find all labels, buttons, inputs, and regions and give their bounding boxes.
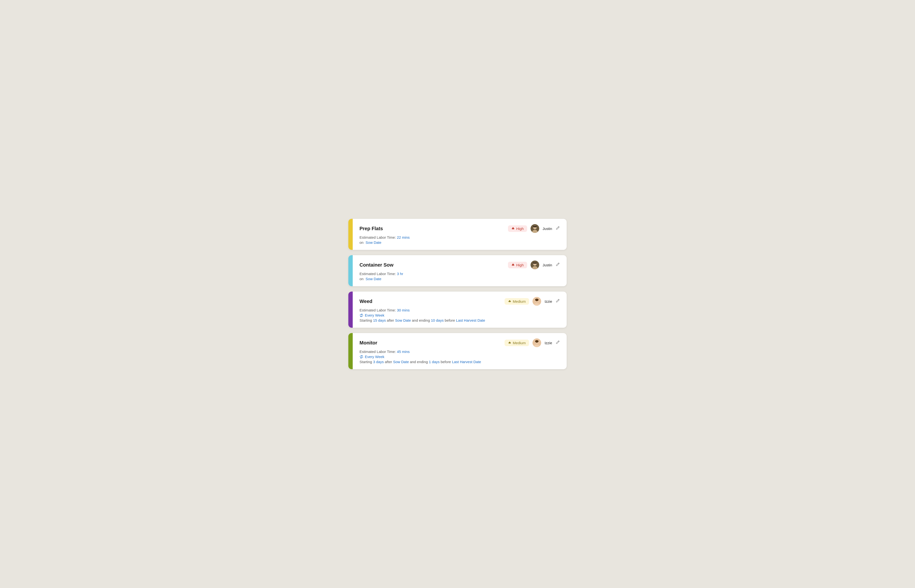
assignee-name-prep-flats: Justin bbox=[543, 226, 552, 231]
task-meta-prep-flats: High Justin bbox=[508, 224, 560, 233]
svg-rect-4 bbox=[533, 226, 537, 227]
task-card-monitor: MonitorMedium IzzieEstimated Labor Time:… bbox=[349, 333, 566, 369]
task-card-weed: WeedMedium IzzieEstimated Labor Time: 30… bbox=[349, 292, 566, 328]
date-line-container-sow: on Sow Date bbox=[360, 277, 560, 281]
task-accent-prep-flats bbox=[349, 219, 353, 250]
priority-badge-container-sow: High bbox=[508, 262, 527, 268]
avatar-weed bbox=[533, 297, 541, 305]
avatar-monitor bbox=[533, 338, 541, 347]
assignee-name-weed: Izzie bbox=[545, 299, 552, 304]
priority-badge-weed: Medium bbox=[505, 298, 529, 305]
assignee-name-monitor: Izzie bbox=[545, 341, 552, 345]
task-card-prep-flats: Prep FlatsHigh JustinEstimated Labor Tim… bbox=[349, 219, 566, 250]
priority-icon-prep-flats bbox=[512, 226, 515, 231]
task-title-weed: Weed bbox=[360, 299, 372, 304]
edit-button-container-sow[interactable] bbox=[555, 262, 560, 268]
priority-icon-monitor bbox=[508, 341, 512, 345]
priority-text-container-sow: High bbox=[516, 263, 524, 267]
task-meta-monitor: Medium Izzie bbox=[505, 338, 560, 347]
task-info-prep-flats: Estimated Labor Time: 22 minson Sow Date bbox=[360, 235, 560, 244]
priority-text-weed: Medium bbox=[513, 299, 526, 304]
avatar-prep-flats bbox=[531, 224, 539, 233]
task-header-monitor: MonitorMedium Izzie bbox=[360, 338, 560, 347]
recurrence-line-weed: Every Week bbox=[360, 313, 560, 317]
task-card-container-sow: Container SowHigh JustinEstimated Labor … bbox=[349, 255, 566, 286]
labor-time-monitor: Estimated Labor Time: 45 mins bbox=[360, 349, 560, 354]
task-info-container-sow: Estimated Labor Time: 3 hron Sow Date bbox=[360, 272, 560, 281]
recurrence-line-monitor: Every Week bbox=[360, 355, 560, 359]
task-body-weed: WeedMedium IzzieEstimated Labor Time: 30… bbox=[353, 292, 566, 328]
task-info-weed: Estimated Labor Time: 30 minsEvery WeekS… bbox=[360, 308, 560, 322]
task-title-monitor: Monitor bbox=[360, 340, 377, 346]
priority-icon-weed bbox=[508, 299, 512, 304]
schedule-line-weed: Starting 15 days after Sow Date and endi… bbox=[360, 318, 560, 322]
labor-time-prep-flats: Estimated Labor Time: 22 mins bbox=[360, 235, 560, 239]
task-title-prep-flats: Prep Flats bbox=[360, 226, 383, 231]
task-info-monitor: Estimated Labor Time: 45 minsEvery WeekS… bbox=[360, 349, 560, 364]
task-body-prep-flats: Prep FlatsHigh JustinEstimated Labor Tim… bbox=[353, 219, 566, 250]
edit-button-monitor[interactable] bbox=[555, 340, 560, 346]
assignee-name-container-sow: Justin bbox=[543, 263, 552, 267]
task-header-prep-flats: Prep FlatsHigh Justin bbox=[360, 224, 560, 233]
task-accent-container-sow bbox=[349, 255, 353, 286]
priority-text-prep-flats: High bbox=[516, 226, 524, 231]
task-list: Prep FlatsHigh JustinEstimated Labor Tim… bbox=[349, 219, 566, 369]
task-meta-weed: Medium Izzie bbox=[505, 297, 560, 305]
task-body-monitor: MonitorMedium IzzieEstimated Labor Time:… bbox=[353, 333, 566, 369]
task-accent-monitor bbox=[349, 333, 353, 369]
task-title-container-sow: Container Sow bbox=[360, 262, 394, 268]
task-header-weed: WeedMedium Izzie bbox=[360, 297, 560, 305]
labor-time-weed: Estimated Labor Time: 30 mins bbox=[360, 308, 560, 312]
task-meta-container-sow: High Justin bbox=[508, 260, 560, 269]
edit-button-weed[interactable] bbox=[555, 299, 560, 304]
priority-text-monitor: Medium bbox=[513, 341, 526, 345]
task-body-container-sow: Container SowHigh JustinEstimated Labor … bbox=[353, 255, 566, 286]
date-line-prep-flats: on Sow Date bbox=[360, 241, 560, 244]
priority-icon-container-sow bbox=[512, 263, 515, 267]
priority-badge-monitor: Medium bbox=[505, 339, 529, 346]
avatar-container-sow bbox=[531, 260, 539, 269]
svg-rect-10 bbox=[533, 262, 537, 264]
edit-button-prep-flats[interactable] bbox=[555, 226, 560, 231]
schedule-line-monitor: Starting 3 days after Sow Date and endin… bbox=[360, 360, 560, 364]
task-accent-weed bbox=[349, 292, 353, 328]
priority-badge-prep-flats: High bbox=[508, 225, 527, 232]
task-header-container-sow: Container SowHigh Justin bbox=[360, 260, 560, 269]
labor-time-container-sow: Estimated Labor Time: 3 hr bbox=[360, 272, 560, 276]
